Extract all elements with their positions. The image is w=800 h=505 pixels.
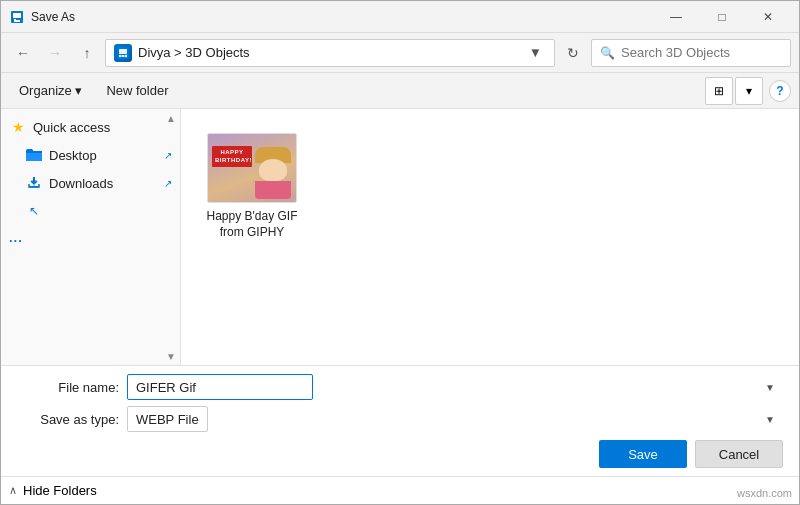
title-bar-controls: — □ ✕ <box>653 1 791 33</box>
path-drive-icon <box>114 44 132 62</box>
svg-rect-1 <box>13 13 21 18</box>
svg-rect-10 <box>33 177 35 184</box>
svg-rect-2 <box>14 19 16 22</box>
svg-point-6 <box>119 54 121 56</box>
file-name-label: File name: <box>17 380 127 395</box>
file-thumbnail-birthday: HAPPYBIRTHDAY! <box>207 133 297 203</box>
path-bar[interactable]: Divya > 3D Objects ▼ <box>105 39 555 67</box>
svg-point-7 <box>125 54 127 56</box>
star-icon: ★ <box>9 118 27 136</box>
content-area: HAPPYBIRTHDAY! Happy B'day GIF from GIPH… <box>181 109 799 365</box>
view-controls: ⊞ ▾ ? <box>705 77 791 105</box>
sidebar-item-desktop[interactable]: Desktop ↗ <box>1 141 180 169</box>
svg-rect-11 <box>29 186 39 188</box>
sidebar-item-quick-access[interactable]: ★ Quick access <box>1 113 180 141</box>
file-label-birthday: Happy B'day GIF from GIPHY <box>205 209 299 240</box>
sidebar-item-label-quick-access: Quick access <box>33 120 172 135</box>
hide-folders-row[interactable]: ∧ Hide Folders <box>1 476 799 504</box>
minimize-button[interactable]: — <box>653 1 699 33</box>
save-as-type-select[interactable]: WEBP File <box>127 406 208 432</box>
sidebar: ▲ ★ Quick access Desktop ↗ <box>1 109 181 365</box>
close-button[interactable]: ✕ <box>745 1 791 33</box>
file-name-input[interactable] <box>127 374 313 400</box>
file-name-row: File name: ▼ <box>17 374 783 400</box>
sidebar-item-pinned[interactable]: ↖ <box>1 197 180 225</box>
sidebar-item-downloads[interactable]: Downloads ↗ <box>1 169 180 197</box>
save-as-type-row: Save as type: WEBP File ▼ <box>17 406 783 432</box>
cancel-button[interactable]: Cancel <box>695 440 783 468</box>
save-as-type-dropdown-icon: ▼ <box>765 414 775 425</box>
sidebar-item-label-downloads: Downloads <box>49 176 156 191</box>
view-mode-button[interactable]: ⊞ <box>705 77 733 105</box>
svg-rect-8 <box>122 55 125 57</box>
file-item-birthday-gif[interactable]: HAPPYBIRTHDAY! Happy B'day GIF from GIPH… <box>197 125 307 248</box>
view-dropdown-button[interactable]: ▾ <box>735 77 763 105</box>
dialog-title: Save As <box>31 10 653 24</box>
dialog-icon <box>9 9 25 25</box>
pin-icon-desktop: ↗ <box>164 150 172 161</box>
file-name-dropdown-icon: ▼ <box>765 382 775 393</box>
folder-icon-desktop <box>25 146 43 164</box>
svg-rect-3 <box>16 20 20 22</box>
title-bar: Save As — □ ✕ <box>1 1 799 33</box>
chevron-up-icon: ∧ <box>9 484 17 497</box>
save-as-type-label: Save as type: <box>17 412 127 427</box>
toolbar: Organize ▾ New folder ⊞ ▾ ? <box>1 73 799 109</box>
pin-icon-extra: ↖ <box>25 202 43 220</box>
save-as-dialog: Save As — □ ✕ ← → ↑ Divya > 3D Objects ▼ <box>0 0 800 505</box>
refresh-button[interactable]: ↻ <box>559 39 587 67</box>
up-button[interactable]: ↑ <box>73 39 101 67</box>
address-bar: ← → ↑ Divya > 3D Objects ▼ ↻ 🔍 <box>1 33 799 73</box>
path-dropdown-button[interactable]: ▼ <box>525 43 546 62</box>
search-input[interactable] <box>621 45 789 60</box>
path-text: Divya > 3D Objects <box>138 45 519 60</box>
save-button[interactable]: Save <box>599 440 687 468</box>
save-as-type-select-wrapper: WEBP File ▼ <box>127 406 783 432</box>
organize-button[interactable]: Organize ▾ <box>9 77 92 105</box>
main-area: ▲ ★ Quick access Desktop ↗ <box>1 109 799 365</box>
help-button[interactable]: ? <box>769 80 791 102</box>
back-button[interactable]: ← <box>9 39 37 67</box>
new-folder-button[interactable]: New folder <box>96 77 178 105</box>
sidebar-more-items: ··· <box>1 229 180 248</box>
scroll-down-icon[interactable]: ▼ <box>164 349 178 363</box>
download-icon <box>25 174 43 192</box>
action-buttons-row: Save Cancel <box>17 440 783 468</box>
forward-button[interactable]: → <box>41 39 69 67</box>
watermark: wsxdn.com <box>737 487 792 499</box>
bottom-bar: File name: ▼ Save as type: WEBP File ▼ S… <box>1 365 799 476</box>
sidebar-item-label-desktop: Desktop <box>49 148 156 163</box>
sidebar-section-quick-access: ▲ ★ Quick access Desktop ↗ <box>1 109 180 229</box>
maximize-button[interactable]: □ <box>699 1 745 33</box>
pin-icon-downloads: ↗ <box>164 178 172 189</box>
search-icon: 🔍 <box>600 46 615 60</box>
svg-rect-5 <box>119 49 127 54</box>
hide-folders-label: Hide Folders <box>23 483 97 498</box>
file-name-input-wrapper: ▼ <box>127 374 783 400</box>
search-bar[interactable]: 🔍 <box>591 39 791 67</box>
